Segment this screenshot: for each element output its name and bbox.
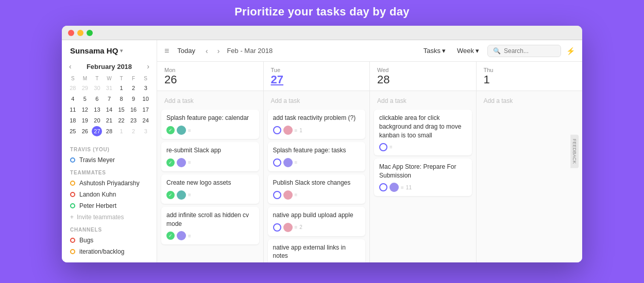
task-check[interactable] bbox=[273, 223, 281, 232]
cal-day[interactable]: 7 bbox=[104, 94, 114, 104]
cal-day[interactable]: 16 bbox=[128, 104, 139, 115]
day-body-2: Add a taskclickable area for click backg… bbox=[370, 91, 476, 262]
cal-day[interactable]: 1 bbox=[116, 126, 127, 136]
task-card[interactable]: Create new logo assets≡ bbox=[161, 174, 259, 204]
task-card[interactable]: re-submit Slack app≡ bbox=[161, 142, 259, 171]
task-title: re-submit Slack app bbox=[166, 146, 254, 155]
cal-next-button[interactable]: › bbox=[145, 61, 151, 72]
maximize-button[interactable] bbox=[87, 30, 93, 36]
sidebar-person-you[interactable]: Travis Meyer bbox=[62, 154, 157, 166]
cal-day-header: T bbox=[115, 75, 127, 82]
sidebar-person-2[interactable]: Landon Kuhn bbox=[62, 189, 157, 200]
cal-day[interactable]: 3 bbox=[141, 126, 151, 136]
task-card[interactable]: add task reactivity problem (?)≡1 bbox=[268, 110, 366, 139]
task-meta: ≡ bbox=[166, 231, 254, 240]
cal-day[interactable]: 25 bbox=[67, 126, 78, 136]
task-card[interactable]: native app build upload apple≡2 bbox=[268, 207, 366, 236]
cal-day[interactable]: 14 bbox=[104, 104, 114, 115]
channel-2[interactable]: iteration/backlog bbox=[62, 246, 157, 257]
minimize-button[interactable] bbox=[77, 30, 83, 36]
task-card[interactable]: clickable area for click background and … bbox=[374, 110, 472, 155]
task-card[interactable]: Publish Slack store changes≡ bbox=[268, 174, 366, 204]
bolt-icon[interactable]: ⚡ bbox=[566, 47, 575, 55]
brand[interactable]: Sunsama HQ ▾ bbox=[62, 46, 157, 61]
cal-day[interactable]: 22 bbox=[116, 115, 127, 126]
channel-name-1: Bugs bbox=[79, 237, 93, 244]
cal-day[interactable]: 21 bbox=[104, 115, 114, 126]
nav-next-button[interactable]: › bbox=[215, 46, 222, 56]
day-name-label: Tue bbox=[271, 67, 363, 73]
task-card[interactable]: add infinite scroll as hidden cv mode≡ bbox=[161, 207, 259, 245]
sidebar-person-3[interactable]: Peter Herbert bbox=[62, 200, 157, 211]
task-check[interactable] bbox=[379, 143, 387, 151]
cal-day[interactable]: 15 bbox=[116, 104, 127, 115]
nav-prev-button[interactable]: ‹ bbox=[204, 46, 210, 56]
cal-day[interactable]: 6 bbox=[92, 94, 102, 104]
cal-day[interactable]: 29 bbox=[80, 83, 90, 93]
cal-day[interactable]: 12 bbox=[80, 104, 90, 115]
cal-day[interactable]: 3 bbox=[141, 83, 151, 93]
task-title: add task reactivity problem (?) bbox=[273, 114, 361, 122]
cal-day[interactable]: 31 bbox=[104, 83, 114, 93]
cal-day[interactable]: 28 bbox=[104, 126, 114, 136]
task-avatar bbox=[177, 231, 186, 240]
teammate-dot-3 bbox=[70, 203, 75, 208]
cal-day[interactable]: 4 bbox=[67, 94, 78, 104]
teammate-name-1: Ashutosh Priyadarshy bbox=[79, 180, 140, 187]
add-task-button[interactable]: Add a task bbox=[161, 95, 259, 107]
task-card[interactable]: Splash feature page: tasks≡ bbox=[268, 142, 366, 171]
cal-day[interactable]: 28 bbox=[67, 83, 78, 93]
task-check[interactable] bbox=[166, 191, 175, 199]
add-task-button[interactable]: Add a task bbox=[374, 95, 472, 107]
cal-day[interactable]: 9 bbox=[128, 94, 139, 104]
cal-day[interactable]: 5 bbox=[80, 94, 90, 104]
today-button[interactable]: Today bbox=[174, 45, 198, 56]
cal-day[interactable]: 20 bbox=[92, 115, 102, 126]
channel-1[interactable]: Bugs bbox=[62, 235, 157, 246]
cal-day[interactable]: 30 bbox=[92, 83, 102, 93]
cal-day-header: W bbox=[104, 75, 115, 82]
search-box[interactable]: 🔍 bbox=[487, 45, 561, 57]
task-check[interactable] bbox=[166, 126, 175, 134]
cal-day[interactable]: 27 bbox=[92, 126, 102, 136]
task-card[interactable]: Mac App Store: Prepare For Submission≡11 bbox=[374, 158, 472, 197]
feedback-tab[interactable]: FEEDBACK bbox=[571, 135, 579, 168]
hamburger-icon[interactable]: ≡ bbox=[164, 46, 169, 56]
task-check[interactable] bbox=[166, 158, 175, 167]
sidebar-person-1[interactable]: Ashutosh Priyadarshy bbox=[62, 178, 157, 189]
task-check[interactable] bbox=[273, 191, 281, 199]
lines-icon: ≡ bbox=[401, 185, 404, 190]
task-check[interactable] bbox=[273, 158, 281, 167]
task-check[interactable] bbox=[273, 126, 281, 134]
cal-day[interactable]: 10 bbox=[141, 94, 151, 104]
cal-day[interactable]: 8 bbox=[116, 94, 127, 104]
search-input[interactable] bbox=[504, 47, 555, 55]
cal-day[interactable]: 2 bbox=[128, 83, 139, 93]
task-check[interactable] bbox=[379, 183, 387, 191]
cal-day[interactable]: 24 bbox=[141, 115, 151, 126]
cal-day[interactable]: 2 bbox=[128, 126, 139, 136]
week-dropdown[interactable]: Week ▾ bbox=[454, 45, 482, 56]
cal-day[interactable]: 11 bbox=[67, 104, 78, 115]
task-card[interactable]: native app external links in notes≡ bbox=[268, 239, 366, 262]
close-button[interactable] bbox=[68, 30, 74, 36]
cal-day[interactable]: 13 bbox=[92, 104, 102, 115]
cal-day[interactable]: 17 bbox=[141, 104, 151, 115]
task-title: clickable area for click background and … bbox=[379, 114, 467, 139]
task-check[interactable] bbox=[166, 232, 175, 240]
lines-icon: ≡ bbox=[295, 224, 298, 230]
cal-day[interactable]: 19 bbox=[80, 115, 90, 126]
add-task-button[interactable]: Add a task bbox=[481, 95, 579, 107]
lines-icon: ≡ bbox=[188, 128, 191, 133]
cal-prev-button[interactable]: ‹ bbox=[67, 61, 74, 72]
invite-teammates-button[interactable]: + Invite teammates bbox=[62, 211, 132, 223]
tasks-dropdown[interactable]: Tasks ▾ bbox=[420, 45, 449, 56]
cal-day[interactable]: 1 bbox=[116, 83, 127, 93]
cal-day[interactable]: 23 bbox=[128, 115, 139, 126]
add-task-button[interactable]: Add a task bbox=[268, 95, 366, 107]
cal-day[interactable]: 26 bbox=[80, 126, 90, 136]
teammate-dot-1 bbox=[70, 181, 75, 186]
cal-day[interactable]: 18 bbox=[67, 115, 78, 126]
title-bar bbox=[62, 26, 582, 40]
task-card[interactable]: Splash feature page: calendar≡ bbox=[161, 110, 259, 139]
